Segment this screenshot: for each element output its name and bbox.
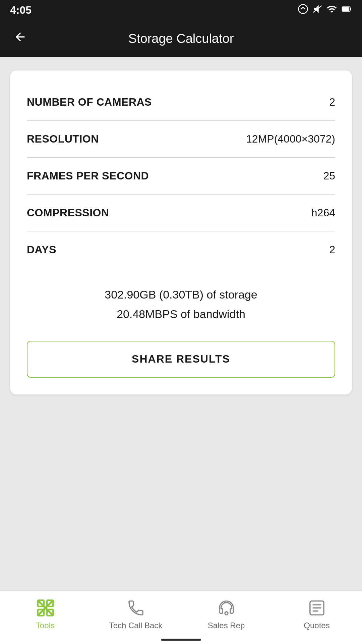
mute-icon <box>312 4 322 16</box>
field-value-resolution: 12MP(4000×3072) <box>246 133 335 145</box>
field-value-fps: 25 <box>323 170 335 182</box>
phone-icon <box>126 598 146 618</box>
tab-quotes[interactable]: Quotes <box>272 598 362 630</box>
bandwidth-result: 20.48MBPS of bandwidth <box>27 305 335 324</box>
tools-icon <box>35 598 55 618</box>
tab-tools-label: Tools <box>36 621 55 630</box>
field-row-days[interactable]: DAYS 2 <box>27 231 335 268</box>
headset-icon <box>216 598 236 618</box>
field-label-days: DAYS <box>27 244 56 256</box>
svg-rect-3 <box>350 8 351 10</box>
svg-point-12 <box>225 612 228 615</box>
tab-tech-call-back[interactable]: Tech Call Back <box>90 598 181 630</box>
battery-icon <box>341 4 352 17</box>
field-value-cameras: 2 <box>329 96 335 108</box>
field-row-resolution[interactable]: RESOLUTION 12MP(4000×3072) <box>27 121 335 158</box>
field-row-fps[interactable]: FRAMES PER SECOND 25 <box>27 158 335 195</box>
back-button[interactable] <box>10 27 30 50</box>
storage-result: 302.90GB (0.30TB) of storage <box>27 285 335 305</box>
field-label-cameras: NUMBER OF CAMERAS <box>27 96 152 108</box>
field-row-compression[interactable]: COMPRESSION h264 <box>27 195 335 231</box>
status-time: 4:05 <box>10 4 32 16</box>
field-label-resolution: RESOLUTION <box>27 133 99 145</box>
share-results-button[interactable]: SHARE RESULTS <box>27 341 335 378</box>
status-bar: 4:05 <box>0 0 362 20</box>
nav-bar: Storage Calculator <box>0 20 362 57</box>
field-row-cameras[interactable]: NUMBER OF CAMERAS 2 <box>27 84 335 121</box>
field-label-fps: FRAMES PER SECOND <box>27 170 149 182</box>
field-label-compression: COMPRESSION <box>27 207 109 219</box>
svg-rect-5 <box>343 7 349 11</box>
home-indicator <box>161 639 201 641</box>
field-value-days: 2 <box>329 244 335 256</box>
results-section: 302.90GB (0.30TB) of storage 20.48MBPS o… <box>27 268 335 337</box>
page-title: Storage Calculator <box>128 32 234 46</box>
tab-tech-call-back-label: Tech Call Back <box>109 621 163 630</box>
tab-quotes-label: Quotes <box>304 621 329 630</box>
tab-tools[interactable]: Tools <box>0 598 90 630</box>
status-icons <box>298 4 352 17</box>
quotes-icon <box>307 598 327 618</box>
tab-sales-rep-label: Sales Rep <box>208 621 245 630</box>
main-content: NUMBER OF CAMERAS 2 RESOLUTION 12MP(4000… <box>0 57 362 408</box>
tab-sales-rep[interactable]: Sales Rep <box>181 598 272 630</box>
tab-bar: Tools Tech Call Back Sales Rep <box>0 590 362 644</box>
calculator-card: NUMBER OF CAMERAS 2 RESOLUTION 12MP(4000… <box>10 70 352 394</box>
wifi-icon <box>326 4 337 17</box>
field-value-compression: h264 <box>311 207 335 219</box>
pocket-icon <box>298 4 308 17</box>
svg-point-0 <box>299 4 308 13</box>
